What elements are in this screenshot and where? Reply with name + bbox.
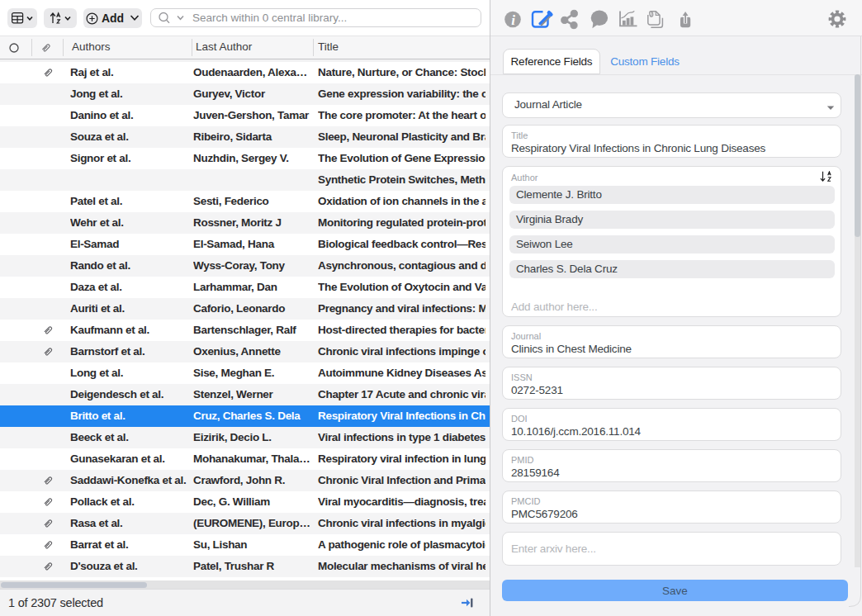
- svg-text:i: i: [511, 12, 515, 28]
